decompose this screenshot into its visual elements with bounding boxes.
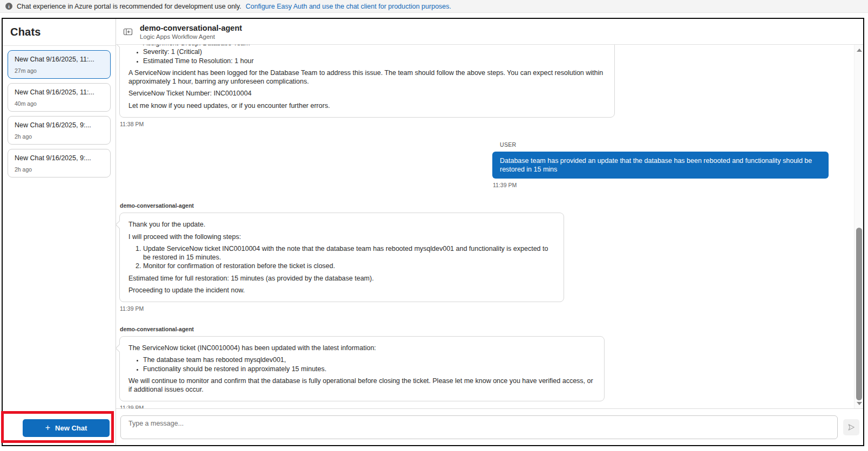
- message-bubble: Database team has provided an update tha…: [492, 152, 829, 179]
- message-paragraph: Thank you for the update.: [128, 220, 555, 229]
- scrollbar-thumb[interactable]: [856, 228, 862, 400]
- message-list: Update ServiceNow ticket INC0010004 with…: [128, 244, 555, 271]
- chat-item-time: 2h ago: [15, 133, 104, 140]
- agent-title: demo-conversational-agent: [140, 23, 242, 33]
- info-icon: i: [5, 3, 12, 10]
- message-paragraph: The ServiceNow ticket (INC0010004) has b…: [128, 344, 595, 352]
- chat-item-title: New Chat 9/16/2025, 11:...: [15, 88, 104, 96]
- message-list-item: Functionality should be restored in appr…: [143, 365, 595, 373]
- message-group: demo-conversational-agent The ServiceNow…: [119, 326, 854, 408]
- message-composer: [116, 408, 863, 445]
- message-group: demo-conversational-agent Thank you for …: [119, 202, 854, 312]
- message-bubble: Thank you for the update.I will proceed …: [119, 213, 564, 302]
- triangle-down-icon: [857, 402, 862, 405]
- vertical-scrollbar[interactable]: [854, 45, 863, 408]
- chats-sidebar: Chats New Chat 9/16/2025, 11:... 27m ago…: [3, 19, 116, 445]
- new-chat-label: New Chat: [55, 424, 87, 432]
- plus-icon: +: [45, 423, 50, 432]
- chat-item-title: New Chat 9/16/2025, 9:...: [15, 121, 104, 129]
- chat-item-title: New Chat 9/16/2025, 9:...: [15, 154, 104, 162]
- chats-title: Chats: [10, 26, 41, 38]
- message-sender-label: USER: [492, 141, 829, 148]
- send-button[interactable]: [843, 419, 859, 435]
- message-list-item: Update ServiceNow ticket INC0010004 with…: [143, 244, 555, 262]
- chat-item-time: 27m ago: [15, 67, 104, 74]
- message-paragraph: A ServiceNow incident has been logged fo…: [128, 69, 606, 86]
- message-group: USER Database team has provided an updat…: [492, 141, 829, 189]
- message-paragraph: Let me know if you need updates, or if y…: [128, 101, 606, 110]
- chat-list-item[interactable]: New Chat 9/16/2025, 9:... 2h ago: [8, 149, 111, 177]
- chat-list-item[interactable]: New Chat 9/16/2025, 11:... 40m ago: [8, 83, 111, 112]
- banner-link-configure-easy-auth[interactable]: Configure Easy Auth and use the chat cli…: [246, 3, 451, 10]
- message-input[interactable]: [120, 415, 838, 439]
- message-timestamp: 11:39 PM: [119, 405, 854, 408]
- chat-main-area: demo-conversational-agent Logic Apps Wor…: [116, 19, 863, 445]
- triangle-up-icon: [857, 49, 862, 52]
- message-paragraph: We will continue to monitor and confirm …: [128, 377, 595, 394]
- message-timestamp: 11:38 PM: [119, 121, 854, 127]
- message-bubble: The ServiceNow ticket (INC0010004) has b…: [119, 336, 605, 401]
- message-paragraph: ServiceNow Ticket Number: INC0010004: [128, 89, 606, 98]
- agent-subtitle: Logic Apps Workflow Agent: [140, 33, 242, 40]
- message-list-item: The database team has rebooted mysqldev0…: [143, 356, 595, 364]
- message-list: Assignment Group: Database TeamSeverity:…: [128, 45, 606, 65]
- message-list-item: Monitor for confirmation of restoration …: [143, 262, 555, 270]
- message-list-item: Severity: 1 (Critical): [143, 47, 606, 56]
- new-chat-button[interactable]: + New Chat: [23, 419, 110, 437]
- chat-item-title: New Chat 9/16/2025, 11:...: [15, 56, 104, 63]
- message-paragraph: Proceeding to update the incident now.: [128, 286, 555, 295]
- message-list-item: Estimated Time to Resolution: 1 hour: [143, 57, 606, 65]
- message-paragraph: Estimated time for full restoration: 15 …: [128, 274, 555, 283]
- messages-row: Assignment Group: Database TeamSeverity:…: [116, 45, 863, 408]
- chat-item-time: 2h ago: [15, 166, 104, 173]
- dev-warning-banner: i Chat experience in Azure portal is rec…: [0, 0, 868, 13]
- message-timestamp: 11:39 PM: [492, 182, 829, 188]
- chat-list: New Chat 9/16/2025, 11:... 27m ago New C…: [3, 46, 116, 186]
- message-sender-label: demo-conversational-agent: [119, 326, 854, 332]
- send-icon: [846, 422, 856, 432]
- message-paragraph: Database team has provided an update tha…: [500, 156, 821, 174]
- message-list: The database team has rebooted mysqldev0…: [128, 356, 595, 373]
- chat-list-item[interactable]: New Chat 9/16/2025, 9:... 2h ago: [8, 116, 111, 145]
- chat-list-item[interactable]: New Chat 9/16/2025, 11:... 27m ago: [8, 50, 111, 79]
- messages-viewport: Assignment Group: Database TeamSeverity:…: [116, 45, 854, 408]
- message-timestamp: 11:39 PM: [119, 305, 854, 312]
- message-group: Assignment Group: Database TeamSeverity:…: [119, 45, 854, 127]
- sidebar-toggle-button[interactable]: [121, 25, 134, 38]
- message-paragraph: I will proceed with the following steps:: [128, 233, 555, 241]
- scroll-down-button[interactable]: [855, 399, 864, 408]
- sidebar-header: Chats: [3, 19, 116, 46]
- banner-text: Chat experience in Azure portal is recom…: [17, 3, 241, 10]
- panel-collapse-icon: [123, 26, 133, 37]
- chat-item-time: 40m ago: [15, 100, 104, 107]
- message-bubble: Assignment Group: Database TeamSeverity:…: [119, 45, 615, 118]
- scroll-up-button[interactable]: [855, 46, 864, 54]
- chat-header: demo-conversational-agent Logic Apps Wor…: [116, 19, 863, 45]
- message-sender-label: demo-conversational-agent: [119, 202, 854, 209]
- chat-client-window: Chats New Chat 9/16/2025, 11:... 27m ago…: [2, 18, 864, 446]
